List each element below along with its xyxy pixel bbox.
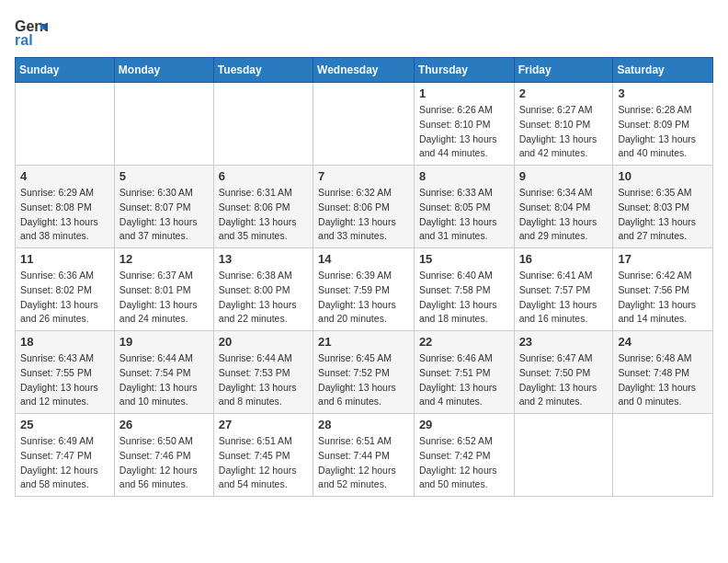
day-info: Sunrise: 6:47 AM Sunset: 7:50 PM Dayligh… (519, 351, 609, 409)
day-number: 20 (219, 335, 308, 349)
calendar-week-row: 25Sunrise: 6:49 AM Sunset: 7:47 PM Dayli… (16, 414, 713, 497)
calendar-cell: 10Sunrise: 6:35 AM Sunset: 8:03 PM Dayli… (613, 166, 713, 248)
calendar-week-row: 18Sunrise: 6:43 AM Sunset: 7:55 PM Dayli… (16, 331, 713, 414)
day-number: 27 (219, 418, 308, 431)
calendar-header-sunday: Sunday (16, 58, 115, 83)
day-number: 4 (20, 169, 109, 183)
calendar-cell: 19Sunrise: 6:44 AM Sunset: 7:54 PM Dayli… (114, 331, 213, 414)
day-info: Sunrise: 6:44 AM Sunset: 7:54 PM Dayligh… (119, 351, 209, 409)
day-info: Sunrise: 6:45 AM Sunset: 7:52 PM Dayligh… (318, 351, 409, 409)
day-info: Sunrise: 6:51 AM Sunset: 7:45 PM Dayligh… (219, 434, 308, 492)
day-number: 18 (20, 335, 109, 349)
calendar-cell: 20Sunrise: 6:44 AM Sunset: 7:53 PM Dayli… (213, 331, 313, 414)
day-number: 3 (618, 86, 708, 100)
day-number: 8 (419, 169, 509, 183)
page-header: Gene ral (15, 15, 713, 48)
day-number: 1 (419, 86, 509, 100)
calendar-week-row: 1Sunrise: 6:26 AM Sunset: 8:10 PM Daylig… (16, 83, 713, 166)
day-number: 14 (318, 252, 409, 266)
calendar-cell (16, 83, 115, 166)
day-number: 10 (618, 169, 708, 183)
day-info: Sunrise: 6:42 AM Sunset: 7:56 PM Dayligh… (618, 269, 708, 327)
day-info: Sunrise: 6:48 AM Sunset: 7:48 PM Dayligh… (618, 351, 708, 409)
calendar-header-monday: Monday (114, 58, 213, 83)
calendar-cell: 17Sunrise: 6:42 AM Sunset: 7:56 PM Dayli… (613, 248, 713, 331)
day-info: Sunrise: 6:39 AM Sunset: 7:59 PM Dayligh… (318, 269, 409, 327)
calendar-cell: 3Sunrise: 6:28 AM Sunset: 8:09 PM Daylig… (613, 83, 713, 166)
calendar-cell: 8Sunrise: 6:33 AM Sunset: 8:05 PM Daylig… (414, 166, 514, 248)
day-number: 5 (119, 169, 209, 183)
calendar-table: SundayMondayTuesdayWednesdayThursdayFrid… (15, 57, 713, 497)
calendar-header-wednesday: Wednesday (313, 58, 415, 83)
day-number: 26 (119, 418, 209, 431)
calendar-cell: 22Sunrise: 6:46 AM Sunset: 7:51 PM Dayli… (414, 331, 514, 414)
day-number: 7 (318, 169, 409, 183)
calendar-cell: 4Sunrise: 6:29 AM Sunset: 8:08 PM Daylig… (16, 166, 115, 248)
day-info: Sunrise: 6:34 AM Sunset: 8:04 PM Dayligh… (519, 186, 609, 244)
calendar-header-thursday: Thursday (414, 58, 514, 83)
calendar-header-saturday: Saturday (613, 58, 713, 83)
day-info: Sunrise: 6:37 AM Sunset: 8:01 PM Dayligh… (119, 269, 209, 327)
logo-icon: Gene ral (15, 15, 48, 48)
day-info: Sunrise: 6:43 AM Sunset: 7:55 PM Dayligh… (20, 351, 109, 409)
day-number: 22 (419, 335, 509, 349)
calendar-cell: 2Sunrise: 6:27 AM Sunset: 8:10 PM Daylig… (514, 83, 613, 166)
day-info: Sunrise: 6:38 AM Sunset: 8:00 PM Dayligh… (219, 269, 308, 327)
day-number: 2 (519, 86, 609, 100)
day-info: Sunrise: 6:50 AM Sunset: 7:46 PM Dayligh… (119, 434, 209, 492)
calendar-cell: 12Sunrise: 6:37 AM Sunset: 8:01 PM Dayli… (114, 248, 213, 331)
calendar-cell: 24Sunrise: 6:48 AM Sunset: 7:48 PM Dayli… (613, 331, 713, 414)
calendar-cell (514, 414, 613, 497)
calendar-cell: 14Sunrise: 6:39 AM Sunset: 7:59 PM Dayli… (313, 248, 415, 331)
day-number: 12 (119, 252, 209, 266)
day-number: 19 (119, 335, 209, 349)
calendar-cell: 26Sunrise: 6:50 AM Sunset: 7:46 PM Dayli… (114, 414, 213, 497)
calendar-cell: 25Sunrise: 6:49 AM Sunset: 7:47 PM Dayli… (16, 414, 115, 497)
day-number: 11 (20, 252, 109, 266)
day-number: 25 (20, 418, 109, 431)
day-number: 28 (318, 418, 409, 431)
calendar-week-row: 4Sunrise: 6:29 AM Sunset: 8:08 PM Daylig… (16, 166, 713, 248)
day-info: Sunrise: 6:30 AM Sunset: 8:07 PM Dayligh… (119, 186, 209, 244)
calendar-cell: 29Sunrise: 6:52 AM Sunset: 7:42 PM Dayli… (414, 414, 514, 497)
day-info: Sunrise: 6:41 AM Sunset: 7:57 PM Dayligh… (519, 269, 609, 327)
calendar-cell (114, 83, 213, 166)
calendar-cell: 23Sunrise: 6:47 AM Sunset: 7:50 PM Dayli… (514, 331, 613, 414)
calendar-cell: 5Sunrise: 6:30 AM Sunset: 8:07 PM Daylig… (114, 166, 213, 248)
calendar-cell (313, 83, 415, 166)
day-info: Sunrise: 6:33 AM Sunset: 8:05 PM Dayligh… (419, 186, 509, 244)
day-number: 9 (519, 169, 609, 183)
day-number: 13 (219, 252, 308, 266)
day-number: 6 (219, 169, 308, 183)
day-info: Sunrise: 6:44 AM Sunset: 7:53 PM Dayligh… (219, 351, 308, 409)
day-info: Sunrise: 6:27 AM Sunset: 8:10 PM Dayligh… (519, 103, 609, 161)
day-info: Sunrise: 6:29 AM Sunset: 8:08 PM Dayligh… (20, 186, 109, 244)
calendar-cell (613, 414, 713, 497)
calendar-cell: 27Sunrise: 6:51 AM Sunset: 7:45 PM Dayli… (213, 414, 313, 497)
calendar-cell: 16Sunrise: 6:41 AM Sunset: 7:57 PM Dayli… (514, 248, 613, 331)
calendar-cell (213, 83, 313, 166)
day-number: 23 (519, 335, 609, 349)
day-info: Sunrise: 6:36 AM Sunset: 8:02 PM Dayligh… (20, 269, 109, 327)
calendar-cell: 9Sunrise: 6:34 AM Sunset: 8:04 PM Daylig… (514, 166, 613, 248)
day-number: 15 (419, 252, 509, 266)
day-info: Sunrise: 6:28 AM Sunset: 8:09 PM Dayligh… (618, 103, 708, 161)
logo: Gene ral (15, 15, 51, 48)
day-number: 21 (318, 335, 409, 349)
calendar-cell: 18Sunrise: 6:43 AM Sunset: 7:55 PM Dayli… (16, 331, 115, 414)
day-info: Sunrise: 6:46 AM Sunset: 7:51 PM Dayligh… (419, 351, 509, 409)
day-number: 17 (618, 252, 708, 266)
day-info: Sunrise: 6:51 AM Sunset: 7:44 PM Dayligh… (318, 434, 409, 492)
day-number: 29 (419, 418, 509, 431)
calendar-cell: 15Sunrise: 6:40 AM Sunset: 7:58 PM Dayli… (414, 248, 514, 331)
svg-text:ral: ral (15, 32, 33, 48)
calendar-week-row: 11Sunrise: 6:36 AM Sunset: 8:02 PM Dayli… (16, 248, 713, 331)
day-info: Sunrise: 6:35 AM Sunset: 8:03 PM Dayligh… (618, 186, 708, 244)
day-number: 16 (519, 252, 609, 266)
day-info: Sunrise: 6:52 AM Sunset: 7:42 PM Dayligh… (419, 434, 509, 492)
calendar-header-tuesday: Tuesday (213, 58, 313, 83)
calendar-cell: 28Sunrise: 6:51 AM Sunset: 7:44 PM Dayli… (313, 414, 415, 497)
calendar-cell: 1Sunrise: 6:26 AM Sunset: 8:10 PM Daylig… (414, 83, 514, 166)
calendar-cell: 6Sunrise: 6:31 AM Sunset: 8:06 PM Daylig… (213, 166, 313, 248)
calendar-header-row: SundayMondayTuesdayWednesdayThursdayFrid… (16, 58, 713, 83)
